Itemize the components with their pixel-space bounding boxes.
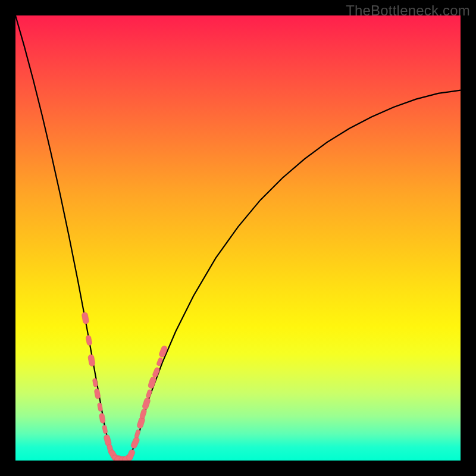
chart-frame: TheBottleneck.com	[0, 0, 476, 476]
plot-area	[15, 15, 461, 461]
gradient-background	[15, 15, 461, 461]
